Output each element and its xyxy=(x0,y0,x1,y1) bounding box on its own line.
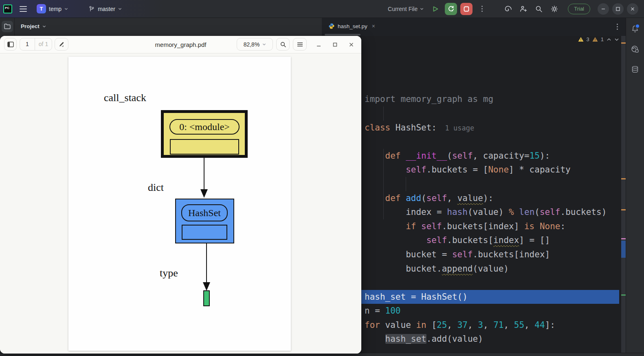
code-with-me-button[interactable] xyxy=(517,3,530,15)
notifications-button[interactable] xyxy=(629,23,641,35)
search-everywhere-button[interactable] xyxy=(533,3,545,15)
graph-slot xyxy=(170,139,239,155)
code-token: , xyxy=(483,320,493,330)
code-token: in xyxy=(416,320,431,330)
database-icon xyxy=(631,65,640,74)
pdf-viewer-window[interactable]: 1 of 1 memory_graph.pdf 82,8% xyxy=(0,36,361,354)
prev-problem-icon[interactable] xyxy=(607,38,611,42)
code-token: hash_set = HashSet() xyxy=(365,292,468,302)
trial-label: Trial xyxy=(574,6,584,12)
more-actions-button[interactable] xyxy=(476,3,488,15)
tabstrip-scrollbar[interactable] xyxy=(325,34,360,35)
code-token: 1 usage xyxy=(437,124,474,132)
pdf-zoom-value: 82,8% xyxy=(244,41,260,48)
ai-chat-button[interactable] xyxy=(629,43,641,55)
code-line[interactable]: hash_set = HashSet() xyxy=(322,290,619,304)
main-menu-button[interactable] xyxy=(16,2,30,16)
scrollbar-mark[interactable] xyxy=(621,238,626,239)
editor-scrollbar[interactable] xyxy=(621,36,626,353)
code-line[interactable]: def add(self, value): xyxy=(322,191,619,206)
scrollbar-warning-mark[interactable] xyxy=(621,42,626,44)
code-line[interactable]: index = hash(value) % len(self.buckets) xyxy=(322,205,619,219)
maximize-window-button[interactable] xyxy=(612,3,624,15)
minimize-window-button[interactable] xyxy=(598,3,609,15)
code-line[interactable]: self.buckets[index] = [] xyxy=(322,233,619,248)
pdf-minimize-button[interactable] xyxy=(314,40,323,49)
rerun-button[interactable] xyxy=(445,3,457,15)
pdf-annotate-button[interactable] xyxy=(55,38,68,51)
pdf-sidebar-toggle-button[interactable] xyxy=(4,38,17,51)
graph-node-hashset-label: HashSet xyxy=(181,204,228,221)
code-token: self xyxy=(452,151,473,161)
code-token: len xyxy=(519,207,534,217)
project-widget[interactable]: T temp xyxy=(34,2,70,15)
scrollbar-warning-mark[interactable] xyxy=(621,178,626,179)
graph-arrowhead xyxy=(200,189,208,198)
code-token: ( xyxy=(447,151,452,161)
gear-icon xyxy=(550,5,558,13)
code-token: n = xyxy=(365,306,385,316)
pdf-close-button[interactable] xyxy=(346,40,356,49)
code-token: 37 xyxy=(457,320,468,330)
folder-icon xyxy=(4,23,11,30)
project-tool-window-button[interactable] xyxy=(2,21,13,32)
main-toolbar: PC T temp master Current File xyxy=(0,0,644,18)
code-line[interactable]: bucket = self.buckets[index] xyxy=(322,248,619,262)
pdf-menu-button[interactable] xyxy=(293,38,307,51)
warning-icon xyxy=(578,37,584,42)
pdf-content-area[interactable]: call_stack 0: <module> dict HashSet type xyxy=(0,53,361,354)
code-line[interactable]: hash_set.add(value) xyxy=(322,332,619,346)
code-line[interactable]: if self.buckets[index] is None: xyxy=(322,219,619,234)
code-line[interactable]: bucket.append(value) xyxy=(322,262,619,276)
close-icon xyxy=(349,42,354,47)
code-token xyxy=(365,151,385,161)
code-line[interactable]: import memory_graph as mg xyxy=(322,92,619,106)
code-token: self xyxy=(426,235,447,245)
pdf-maximize-button[interactable] xyxy=(330,40,340,49)
database-button[interactable] xyxy=(629,64,641,76)
code-token: self xyxy=(406,165,426,175)
stop-button[interactable] xyxy=(460,3,473,15)
tab-options-button[interactable] xyxy=(613,24,621,30)
close-window-button[interactable] xyxy=(627,3,638,15)
code-line[interactable] xyxy=(322,276,619,290)
code-token: ] * capacity xyxy=(509,165,571,175)
editor-tab-bar: hash_set.py × xyxy=(322,18,626,36)
pdf-titlebar[interactable]: 1 of 1 memory_graph.pdf 82,8% xyxy=(0,36,361,53)
pdf-zoom-selector[interactable]: 82,8% xyxy=(237,38,273,51)
code-line[interactable]: def __init__(self, capacity=15): xyxy=(322,149,619,163)
code-token xyxy=(365,221,406,231)
code-token: .add(value) xyxy=(426,334,483,344)
inspection-widget[interactable]: 3 1 xyxy=(578,36,619,42)
code-line[interactable] xyxy=(322,135,619,149)
code-line[interactable] xyxy=(322,106,619,121)
settings-button[interactable] xyxy=(548,3,560,15)
code-token: import memory_graph as mg xyxy=(365,94,493,104)
pdf-page-indicator[interactable]: 1 of 1 xyxy=(20,38,52,51)
scrollbar-warning-mark[interactable] xyxy=(621,209,626,210)
code-line[interactable]: class HashSet: 1 usage xyxy=(322,121,619,135)
tab-hash-set-py[interactable]: hash_set.py × xyxy=(324,18,379,34)
code-line[interactable]: self.buckets = [None] * capacity xyxy=(322,163,619,177)
code-line[interactable]: for value in [25, 37, 3, 71, 55, 44]: xyxy=(322,318,619,332)
tab-close-icon[interactable]: × xyxy=(372,23,375,29)
code-line[interactable]: n = 100 xyxy=(322,304,619,318)
git-branch-widget[interactable]: master xyxy=(86,4,124,14)
scrollbar-vcs-mark[interactable] xyxy=(621,294,626,296)
run-button[interactable] xyxy=(429,3,442,15)
trial-badge[interactable]: Trial xyxy=(568,4,590,14)
run-configuration-selector[interactable]: Current File xyxy=(388,6,424,12)
code-token xyxy=(365,334,385,344)
code-token: .buckets[index] xyxy=(473,250,550,259)
code-token: , xyxy=(447,193,457,203)
pdf-page-input[interactable]: 1 xyxy=(20,38,35,50)
pen-icon xyxy=(58,41,65,48)
code-line[interactable] xyxy=(322,177,619,191)
ai-assistant-button[interactable] xyxy=(502,3,514,15)
next-problem-icon[interactable] xyxy=(614,38,619,42)
scrollbar-selection-mark[interactable] xyxy=(621,241,626,258)
code-editor[interactable]: import memory_graph as mgclass HashSet: … xyxy=(322,36,619,297)
code-token: __init__ xyxy=(406,151,447,161)
code-token: ]: xyxy=(545,320,555,330)
pdf-search-button[interactable] xyxy=(276,38,290,51)
